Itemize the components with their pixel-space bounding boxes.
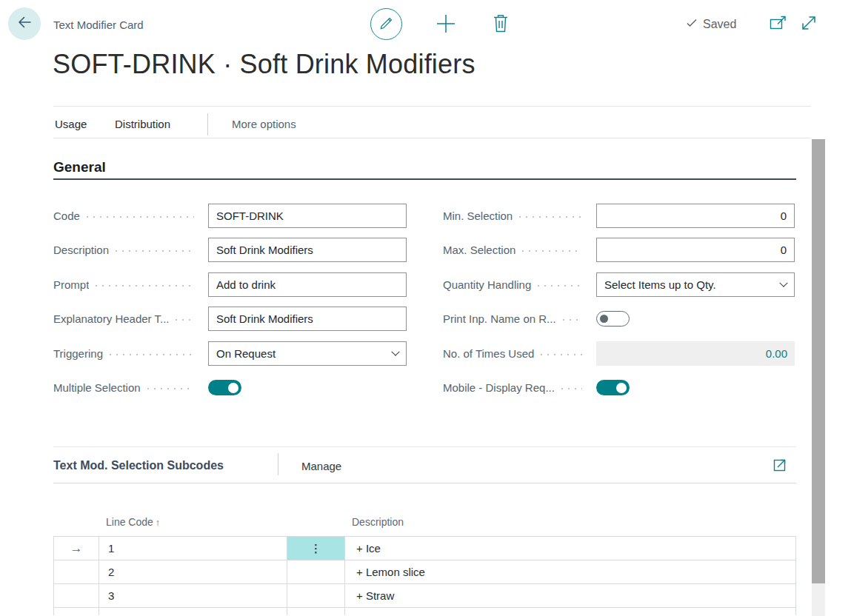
triggering-select[interactable]: On Request	[208, 341, 407, 366]
back-button[interactable]	[8, 7, 41, 40]
menu-item-distribution[interactable]: Distribution	[115, 118, 170, 130]
dotted-leader	[522, 250, 582, 252]
prompt-input[interactable]	[208, 272, 407, 297]
back-arrow-icon	[16, 14, 33, 33]
popout-icon	[770, 16, 787, 34]
min-selection-input[interactable]	[596, 204, 795, 228]
code-label: Code	[53, 210, 80, 222]
table-row: 2 + Lemon slice	[54, 560, 795, 583]
min-selection-label: Min. Selection	[443, 210, 513, 222]
line-code-cell[interactable]	[99, 608, 287, 615]
more-options-button[interactable]: More options	[232, 118, 296, 130]
line-code-cell[interactable]: 3	[99, 584, 287, 607]
check-icon	[686, 17, 698, 32]
divider	[53, 446, 796, 447]
dotted-leader	[176, 319, 194, 321]
field-prompt: Prompt	[53, 272, 407, 297]
dotted-leader	[541, 354, 582, 355]
explanatory-header-label: Explanatory Header T...	[53, 312, 169, 325]
max-selection-input[interactable]	[596, 238, 795, 262]
vertical-ellipsis-icon: ⋮	[310, 543, 321, 554]
table-row: → 1 ⋮ + Ice	[54, 536, 795, 560]
subcodes-table: → 1 ⋮ + Ice 2 + Lemon slice 3 + Straw	[53, 536, 796, 615]
section-title-general: General	[53, 159, 106, 175]
description-cell[interactable]: + Lemon slice	[345, 560, 795, 583]
no-of-times-used-value[interactable]: 0.00	[596, 341, 795, 366]
cell-options-button[interactable]: ⋮	[287, 537, 345, 560]
field-quantity-handling: Quantity Handling Select Items up to Qty…	[443, 272, 795, 297]
field-min-selection: Min. Selection	[443, 204, 795, 228]
description-cell[interactable]	[345, 608, 795, 615]
new-button[interactable]	[435, 14, 457, 36]
dotted-leader	[110, 354, 194, 355]
dotted-leader	[147, 388, 194, 389]
section-underline	[53, 178, 796, 180]
scrollbar-thumb[interactable]	[812, 139, 825, 583]
table-row	[54, 607, 795, 615]
line-code-cell[interactable]: 2	[99, 560, 287, 583]
description-input[interactable]	[208, 238, 407, 262]
edit-button[interactable]	[370, 8, 402, 40]
chevron-down-icon	[779, 278, 787, 287]
plus-icon	[435, 13, 457, 38]
expand-page-button[interactable]	[799, 15, 818, 34]
line-code-cell[interactable]: 1	[99, 537, 287, 560]
field-print-inp-name: Print Inp. Name on R...	[443, 307, 795, 331]
pencil-icon	[378, 15, 395, 34]
dotted-leader	[519, 216, 582, 218]
divider	[53, 138, 811, 138]
divider	[53, 483, 796, 483]
menu-separator	[207, 113, 208, 135]
field-explanatory-header: Explanatory Header T...	[53, 307, 407, 331]
column-header-description[interactable]: Description	[352, 516, 404, 528]
field-multiple-selection: Multiple Selection	[53, 375, 407, 400]
text-modifier-card-page: Text Modifier Card Saved SOFT-DRINK · So…	[0, 0, 851, 616]
sort-ascending-icon: ↑	[156, 517, 161, 528]
resize-diagonal-icon	[799, 13, 818, 36]
field-mobile-display-req: Mobile - Display Req...	[443, 375, 795, 400]
description-label: Description	[53, 244, 109, 256]
dotted-leader	[563, 319, 582, 321]
quantity-handling-label: Quantity Handling	[443, 278, 531, 291]
dotted-leader	[116, 250, 194, 252]
menu-item-usage[interactable]: Usage	[55, 118, 87, 130]
quantity-handling-select[interactable]: Select Items up to Qty.	[596, 272, 795, 297]
mobile-display-req-label: Mobile - Display Req...	[443, 381, 555, 394]
description-cell[interactable]: + Straw	[345, 584, 795, 607]
description-cell[interactable]: + Ice	[345, 537, 795, 560]
dotted-leader	[87, 216, 194, 218]
focus-mode-button[interactable]	[773, 459, 787, 473]
manage-button[interactable]: Manage	[301, 460, 341, 472]
dotted-leader	[538, 285, 582, 287]
field-description: Description	[53, 238, 407, 262]
max-selection-label: Max. Selection	[443, 244, 515, 256]
field-code: Code	[53, 204, 407, 228]
table-row: 3 + Straw	[54, 583, 795, 607]
expand-table-icon	[773, 458, 787, 475]
explanatory-header-input[interactable]	[208, 307, 407, 331]
save-status-label: Saved	[703, 18, 736, 31]
dotted-leader	[96, 285, 194, 287]
triggering-selected-value: On Request	[216, 347, 276, 360]
field-triggering: Triggering On Request	[53, 341, 407, 366]
print-inp-name-toggle[interactable]	[596, 311, 630, 327]
code-input[interactable]	[208, 204, 407, 228]
triggering-label: Triggering	[53, 347, 103, 360]
open-in-new-window-button[interactable]	[770, 17, 787, 33]
column-header-line-code[interactable]: Line Code↑	[106, 516, 160, 528]
mobile-display-req-toggle[interactable]	[596, 380, 630, 395]
delete-button[interactable]	[492, 14, 510, 35]
quantity-handling-selected-value: Select Items up to Qty.	[604, 278, 716, 291]
row-arrow-icon: →	[70, 541, 83, 556]
subcodes-separator	[278, 453, 278, 475]
divider	[53, 106, 811, 107]
field-max-selection: Max. Selection	[443, 238, 795, 262]
no-of-times-used-label: No. of Times Used	[443, 347, 534, 360]
page-caption: Text Modifier Card	[53, 19, 144, 31]
section-title-subcodes: Text Mod. Selection Subcodes	[53, 459, 224, 472]
multiple-selection-toggle[interactable]	[208, 380, 241, 395]
current-row-indicator: →	[54, 537, 99, 560]
chevron-down-icon	[391, 347, 399, 355]
trash-icon	[492, 13, 510, 36]
dotted-leader	[561, 388, 582, 389]
